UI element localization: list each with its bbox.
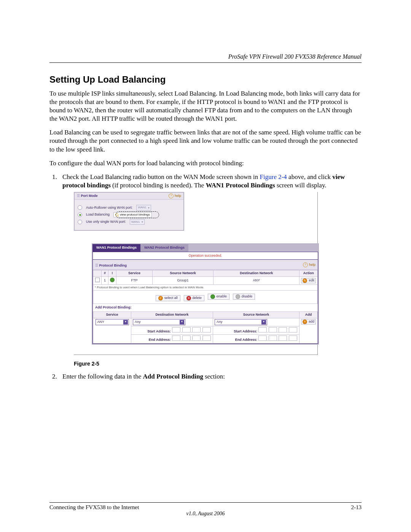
edit-button[interactable]: ✎ edit [301, 278, 316, 283]
radio-auto-rollover[interactable] [78, 205, 82, 210]
tab-wan1-bindings[interactable]: WAN1 Protocol Bindings [92, 244, 140, 252]
cell-dest: ANY [213, 277, 299, 285]
protocol-bindings-panel: WAN1 Protocol Bindings WAN2 Protocol Bin… [92, 243, 319, 345]
help-label: help [309, 263, 315, 267]
dest-network-value: Any [135, 320, 141, 324]
ip-input[interactable] [182, 335, 191, 341]
enable-label: enable [217, 294, 227, 299]
src-network-select[interactable]: Any ▾ [215, 319, 267, 325]
chevron-down-icon: ▾ [180, 320, 184, 324]
add-col-dest: Destination Network [131, 312, 213, 318]
panel-title-port-mode: ☰ Port Mode [77, 194, 98, 198]
step-2: Enter the following data in the Add Prot… [59, 372, 362, 381]
table-footnote: * Protocol Binding is used when Load Bal… [93, 285, 318, 291]
disable-button[interactable]: disable [233, 294, 255, 300]
step1-mid1: above, and click [287, 173, 332, 181]
radio-load-balancing[interactable] [78, 212, 82, 217]
src-start-label: Start Address: [234, 329, 257, 333]
col-service: Service [116, 270, 153, 277]
add-col-add: Add [299, 312, 317, 318]
help-label: help [175, 194, 181, 198]
row-checkbox[interactable] [95, 278, 100, 282]
help-link[interactable]: ? help [303, 262, 315, 267]
section-heading: Setting Up Load Balancing [49, 74, 362, 85]
table-row: 1 FTP Group1 ANY ✎ edit [93, 277, 318, 285]
button-bar: ✓select all ✕delete enable disable [93, 291, 318, 304]
paragraph-1: To use multiple ISP links simultaneously… [49, 89, 362, 123]
cell-source: Group1 [153, 277, 213, 285]
add-col-src: Source Network [213, 312, 299, 318]
chevron-down-icon: ▾ [123, 320, 128, 324]
step1-mid2: (if protocol binding is needed). The [111, 182, 206, 189]
ip-input[interactable] [172, 335, 180, 341]
label-load-balancing: Load Balancing [86, 212, 110, 217]
figure-ref-2-4[interactable]: Figure 2-4 [260, 173, 287, 181]
select-all-label: select all [164, 296, 178, 300]
ip-input[interactable] [269, 335, 277, 341]
service-select-value: ANY [97, 320, 105, 324]
status-message: Operation succeeded. [93, 252, 318, 260]
view-protocol-bindings-label: view protocol bindings [120, 213, 150, 217]
select-all-button[interactable]: ✓select all [156, 295, 180, 301]
enable-icon [210, 294, 215, 299]
chevron-down-icon: ▾ [261, 320, 266, 324]
add-button[interactable]: + add [301, 319, 316, 324]
port-mode-panel: ☰ Port Mode ? help Auto-Rollo [74, 192, 184, 231]
panel-title-protocol-binding: ☰ Protocol Binding [95, 260, 127, 269]
check-icon: ✓ [158, 296, 163, 300]
step1-pre: Check the Load Balancing radio button on… [62, 173, 260, 181]
ip-input[interactable] [289, 335, 297, 341]
label-auto-rollover: Auto-Rollover using WAN port: [86, 206, 132, 210]
add-label: add [309, 320, 314, 324]
radio-single-wan[interactable] [78, 220, 82, 224]
add-binding-table: Service Destination Network Source Netwo… [93, 312, 318, 343]
ip-input[interactable] [182, 327, 191, 332]
src-end-label: End Address: [235, 338, 257, 342]
step1-bold2: WAN1 Protocol Bindings [206, 182, 275, 189]
view-protocol-bindings-button[interactable]: view protocol bindings [113, 212, 152, 217]
ip-input[interactable] [258, 335, 267, 341]
footer-version: v1.0, August 2006 [49, 511, 362, 517]
delete-button[interactable]: ✕delete [184, 295, 205, 301]
disable-icon [236, 294, 240, 299]
col-bang: ! [108, 270, 116, 277]
bindings-table: # ! Service Source Network Destination N… [93, 270, 318, 284]
select-rollover-wan-value: WAN1 [138, 206, 147, 209]
ip-input[interactable] [258, 327, 267, 332]
figure-caption: Figure 2-5 [74, 360, 362, 367]
delete-label: delete [193, 296, 202, 300]
dest-network-select[interactable]: Any ▾ [133, 319, 185, 325]
magnifier-icon [115, 213, 119, 217]
help-icon: ? [169, 193, 174, 198]
enable-button[interactable]: enable [208, 294, 229, 300]
service-select[interactable]: ANY ▾ [96, 319, 129, 325]
col-dest: Destination Network [213, 270, 299, 277]
help-link[interactable]: ? help [169, 193, 181, 198]
doc-title: ProSafe VPN Firewall 200 FVX538 Referenc… [49, 53, 362, 62]
ip-input[interactable] [172, 327, 180, 332]
help-icon: ? [303, 262, 308, 267]
ip-input[interactable] [192, 327, 201, 332]
paragraph-3: To configure the dual WAN ports for load… [49, 159, 362, 168]
col-num: # [102, 270, 108, 277]
ip-input[interactable] [279, 327, 287, 332]
ip-input[interactable] [192, 335, 201, 341]
status-dot-icon [110, 278, 115, 282]
page-footer: Connecting the FVX538 to the Internet 2-… [49, 502, 362, 517]
select-rollover-wan[interactable]: WAN1 ▾ [136, 205, 151, 211]
col-source: Source Network [153, 270, 213, 277]
label-single-wan: Use only single WAN port: [86, 220, 126, 224]
step2-pre: Enter the following data in the [62, 373, 143, 380]
ip-input[interactable] [289, 327, 297, 332]
ip-input[interactable] [202, 335, 211, 341]
dest-end-label: End Address: [149, 338, 171, 342]
ip-input[interactable] [202, 327, 211, 332]
cell-num: 1 [102, 277, 108, 285]
ip-input[interactable] [279, 335, 287, 341]
step1-post: screen will display. [275, 182, 327, 189]
cell-service: FTP [116, 277, 153, 285]
tab-wan2-bindings[interactable]: WAN2 Protocol Bindings [140, 244, 188, 252]
edit-icon: ✎ [303, 278, 307, 283]
ip-input[interactable] [269, 327, 277, 332]
select-single-wan[interactable]: WAN1 ▾ [130, 219, 145, 225]
